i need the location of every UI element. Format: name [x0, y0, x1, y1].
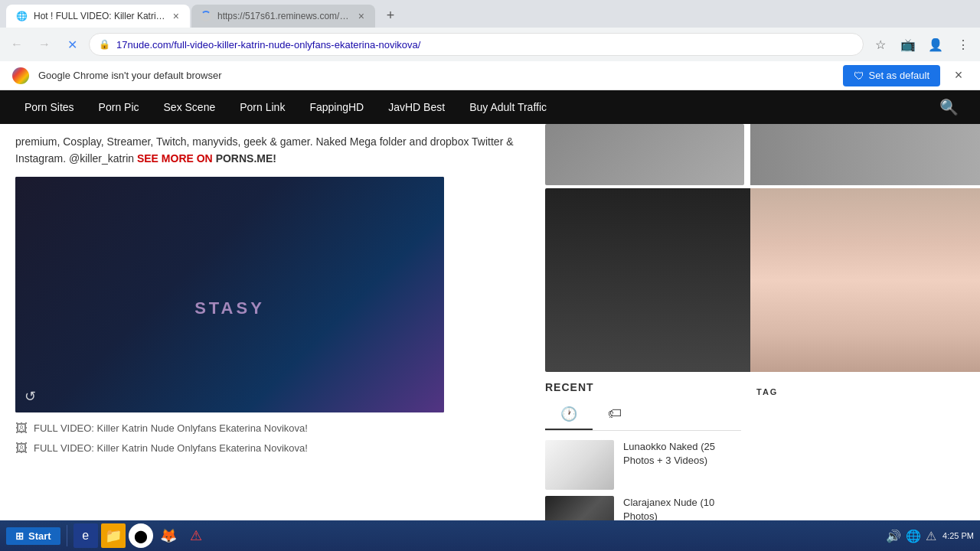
taskbar-right: 🔊 🌐 ⚠ 4:25 PM	[886, 529, 974, 543]
nav-item-javhd-best[interactable]: JavHD Best	[376, 90, 457, 124]
sidebar-ad-image	[545, 188, 750, 372]
start-button[interactable]: ⊞ Start	[6, 527, 60, 545]
tab-1-favicon: 🌐	[15, 10, 28, 22]
site-nav: Porn Sites Porn Pic Sex Scene Porn Link …	[0, 90, 980, 124]
sidebar-column: RECENT 🕐 🏷 Lunaokko Naked (25 Photos + 3…	[536, 124, 750, 551]
right-tags-section: TAG	[750, 381, 980, 409]
chrome-icon: ⬤	[134, 529, 148, 543]
taskbar-ie-icon[interactable]: e	[74, 523, 98, 548]
sidebar-right-wrapper: RECENT 🕐 🏷 Lunaokko Naked (25 Photos + 3…	[536, 124, 980, 551]
profile-button[interactable]: 👤	[925, 34, 946, 55]
nav-item-porn-sites[interactable]: Porn Sites	[12, 90, 87, 124]
lock-icon: 🔒	[99, 39, 110, 50]
folder-icon: 📁	[105, 527, 122, 544]
nav-item-sex-scene[interactable]: Sex Scene	[152, 90, 228, 124]
recent-tab-clock[interactable]: 🕐	[545, 399, 593, 430]
tab-1-close[interactable]: ×	[172, 8, 181, 24]
notification-close-button[interactable]: ×	[949, 67, 968, 85]
bookmark-button[interactable]: ☆	[870, 34, 891, 55]
image-caption-text-2: FULL VIDEO: Killer Katrin Nude Onlyfans …	[34, 442, 308, 454]
video-thumbnail[interactable]: STASY ↺	[15, 177, 444, 412]
firefox-icon: 🦊	[160, 527, 177, 544]
taskbar-firefox-icon[interactable]: 🦊	[156, 523, 181, 548]
chrome-logo-icon	[12, 67, 29, 84]
tab-2-title: https://517s61.reminews.com/dann...	[217, 11, 351, 21]
content-wrapper: premium, Cosplay, Streamer, Twitch, many…	[0, 124, 980, 551]
recent-item-title-2: Clarajanex Nude (10 Photos)	[623, 496, 741, 523]
recent-item-title-1: Lunaokko Naked (25 Photos + 3 Videos)	[623, 440, 741, 468]
warning-icon: ⚠	[190, 527, 202, 544]
ie-icon: e	[82, 529, 89, 543]
browser-frame: 🌐 Hot ! FULL VIDEO: Killer Katrin ... × …	[0, 0, 980, 551]
address-field[interactable]: 🔒 17nude.com/full-video-killer-katrin-nu…	[89, 33, 864, 56]
nav-item-porn-link[interactable]: Porn Link	[227, 90, 297, 124]
shield-icon: 🛡	[854, 70, 864, 82]
new-tab-button[interactable]: +	[380, 5, 401, 26]
start-label: Start	[28, 530, 51, 542]
recent-item-1[interactable]: Lunaokko Naked (25 Photos + 3 Videos)	[545, 440, 741, 490]
search-button[interactable]: 🔍	[930, 98, 968, 116]
taskbar-separator	[67, 525, 67, 546]
taskbar: ⊞ Start e 📁 ⬤ 🦊 ⚠ 🔊 🌐 ⚠ 4:25 PM	[0, 520, 980, 551]
start-icon: ⊞	[15, 530, 24, 542]
menu-button[interactable]: ⋮	[952, 34, 974, 55]
reload-button[interactable]: ✕	[61, 34, 83, 55]
right-main-image	[750, 188, 980, 372]
nav-item-fappinghd[interactable]: FappingHD	[297, 90, 376, 124]
recent-tab-tag[interactable]: 🏷	[593, 399, 637, 430]
see-more-label: SEE MORE ON	[137, 152, 213, 165]
network-icon[interactable]: 🌐	[906, 529, 921, 543]
nav-item-buy-adult-traffic[interactable]: Buy Adult Traffic	[457, 90, 559, 124]
tab-2-close[interactable]: ×	[357, 8, 366, 24]
back-button[interactable]: ←	[6, 34, 28, 55]
sidebar-top-image	[545, 124, 744, 185]
volume-icon[interactable]: 🔊	[886, 529, 901, 543]
image-icon-1: 🖼	[15, 422, 28, 435]
set-default-button[interactable]: 🛡 Set as default	[843, 65, 941, 86]
taskbar-tray: 🔊 🌐 ⚠	[886, 529, 936, 543]
set-default-label: Set as default	[869, 70, 930, 81]
tab-bar: 🌐 Hot ! FULL VIDEO: Killer Katrin ... × …	[0, 0, 980, 28]
nav-item-porn-pic[interactable]: Porn Pic	[87, 90, 152, 124]
tab-2-spinner	[201, 11, 211, 21]
address-bar-row: ← → ✕ 🔒 17nude.com/full-video-killer-kat…	[0, 28, 980, 61]
image-caption-1: 🖼 FULL VIDEO: Killer Katrin Nude Onlyfan…	[15, 422, 521, 435]
recent-tabs: 🕐 🏷	[545, 399, 741, 431]
tab-1-title: Hot ! FULL VIDEO: Killer Katrin ...	[34, 11, 165, 21]
right-column: TAG	[750, 124, 980, 551]
tab-2[interactable]: https://517s61.reminews.com/dann... ×	[191, 5, 375, 28]
alert-icon[interactable]: ⚠	[926, 529, 936, 543]
article-body: premium, Cosplay, Streamer, Twitch, many…	[15, 133, 521, 168]
cast-button[interactable]: 📺	[897, 34, 919, 55]
taskbar-time: 4:25 PM	[942, 531, 974, 540]
taskbar-warning-icon[interactable]: ⚠	[184, 523, 208, 548]
image-caption-2: 🖼 FULL VIDEO: Killer Katrin Nude Onlyfan…	[15, 442, 521, 455]
image-icon-2: 🖼	[15, 442, 28, 455]
taskbar-chrome-icon[interactable]: ⬤	[129, 523, 153, 548]
recent-thumb-1	[545, 440, 614, 490]
right-tags-title: TAG	[756, 387, 974, 396]
video-replay-icon[interactable]: ↺	[24, 388, 36, 405]
recent-title: RECENT	[545, 381, 741, 393]
right-top-image	[750, 124, 980, 185]
taskbar-folder-icon[interactable]: 📁	[101, 523, 126, 548]
porns-link: PORNS.ME!	[216, 152, 276, 165]
main-column: premium, Cosplay, Streamer, Twitch, many…	[0, 124, 536, 551]
notification-text: Google Chrome isn't your default browser	[38, 70, 834, 81]
notification-bar: Google Chrome isn't your default browser…	[0, 61, 980, 90]
address-text: 17nude.com/full-video-killer-katrin-nude…	[116, 39, 854, 51]
video-thumb-inner: STASY ↺	[15, 177, 444, 412]
video-watermark: STASY	[194, 298, 265, 318]
time-display: 4:25 PM	[942, 531, 974, 540]
tab-1[interactable]: 🌐 Hot ! FULL VIDEO: Killer Katrin ... ×	[6, 5, 190, 28]
image-caption-text-1: FULL VIDEO: Killer Katrin Nude Onlyfans …	[34, 422, 308, 434]
forward-button[interactable]: →	[34, 34, 55, 55]
